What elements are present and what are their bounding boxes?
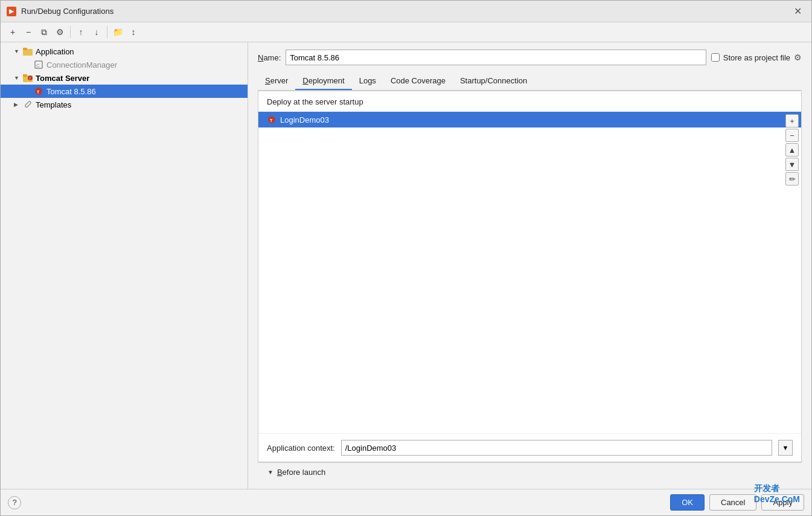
help-button[interactable]: ?	[8, 496, 21, 509]
wrench-icon	[22, 100, 33, 109]
expand-icon: ▶	[14, 102, 22, 108]
tree-item-tomcat-server[interactable]: ▼ T Tomcat Server	[1, 71, 248, 85]
tab-logs[interactable]: Logs	[352, 73, 383, 90]
name-row: Name: Store as project file ⚙	[258, 50, 802, 65]
deploy-edit-button[interactable]: ✏	[785, 172, 799, 185]
deploy-list: T LoginDemo03	[258, 112, 801, 433]
svg-rect-1	[23, 48, 27, 50]
svg-text:C: C	[36, 63, 40, 68]
toolbar-separator	[70, 26, 71, 38]
side-buttons: + − ▲ ▼ ✏	[783, 112, 801, 188]
deploy-item-label: LoginDemo03	[280, 115, 329, 124]
svg-text:T: T	[29, 77, 31, 80]
tree-item-label: Tomcat 8.5.86	[46, 87, 96, 96]
deploy-move-down-button[interactable]: ▼	[785, 158, 799, 171]
right-panel: Name: Store as project file ⚙ Server Dep…	[248, 42, 811, 489]
tree-item-label: Application	[36, 47, 74, 56]
cancel-button[interactable]: Cancel	[709, 494, 756, 511]
before-launch-label: Before launch	[277, 468, 325, 477]
tree-item-tomcat-8586[interactable]: T Tomcat 8.5.86	[1, 85, 248, 98]
tab-deployment[interactable]: Deployment	[295, 73, 351, 90]
tomcat-instance-icon: T	[33, 86, 44, 96]
before-launch-bar: ▼ Before launch	[258, 462, 802, 482]
app-class-icon: C	[33, 60, 44, 69]
move-up-button[interactable]: ↑	[74, 25, 88, 39]
tree-item-templates[interactable]: ▶ Templates	[1, 98, 248, 111]
folder-icon	[22, 47, 33, 56]
add-config-button[interactable]: +	[5, 25, 20, 39]
app-context-label: Application context:	[267, 443, 335, 453]
left-panel: ▼ Application C ConnectionManager ▼	[1, 42, 248, 489]
tree-item-label: ConnectionManager	[46, 60, 117, 69]
apply-button[interactable]: Apply	[761, 494, 804, 511]
app-context-input[interactable]	[341, 440, 772, 456]
footer: ? OK Cancel Apply	[1, 489, 811, 515]
name-label: Name:	[258, 53, 281, 62]
app-context-row: Application context: ▼	[258, 433, 801, 462]
deploy-item[interactable]: T LoginDemo03	[258, 112, 801, 127]
ok-button[interactable]: OK	[670, 494, 705, 511]
app-icon: ▶	[7, 7, 16, 16]
move-down-button[interactable]: ↓	[89, 25, 104, 39]
settings-config-button[interactable]: ⚙	[53, 25, 67, 39]
tomcat-server-icon: T	[22, 73, 33, 83]
tree-item-connection-manager[interactable]: C ConnectionManager	[1, 58, 248, 71]
main-content: ▼ Application C ConnectionManager ▼	[1, 42, 811, 489]
sort-button[interactable]: ↕	[126, 25, 141, 39]
expand-icon: ▼	[14, 75, 22, 81]
store-row: Store as project file ⚙	[711, 53, 802, 62]
dialog-title: Run/Debug Configurations	[21, 7, 785, 16]
svg-text:T: T	[270, 118, 273, 123]
toolbar-separator2	[107, 26, 107, 38]
before-launch-expand-icon[interactable]: ▼	[267, 469, 273, 476]
name-input[interactable]	[286, 50, 706, 65]
expand-icon: ▼	[14, 48, 22, 54]
deploy-item-icon: T	[267, 115, 277, 124]
tabs-bar: Server Deployment Logs Code Coverage Sta…	[258, 73, 802, 91]
app-context-dropdown[interactable]: ▼	[778, 440, 793, 456]
run-debug-dialog: ▶ Run/Debug Configurations ✕ + − ⧉ ⚙ ↑ ↓…	[0, 0, 812, 516]
svg-text:T: T	[37, 90, 40, 94]
tree-item-label: Tomcat Server	[36, 74, 89, 83]
tab-startup-connection[interactable]: Startup/Connection	[453, 73, 534, 90]
store-checkbox[interactable]	[711, 53, 720, 62]
folder-button[interactable]: 📁	[110, 25, 125, 39]
copy-config-button[interactable]: ⧉	[37, 25, 51, 39]
footer-buttons: OK Cancel Apply	[670, 494, 804, 511]
content-area: Deploy at the server startup T LoginDemo…	[258, 91, 802, 462]
deploy-remove-button[interactable]: −	[785, 129, 799, 142]
remove-config-button[interactable]: −	[21, 25, 36, 39]
toolbar: + − ⧉ ⚙ ↑ ↓ 📁 ↕	[1, 22, 811, 42]
tab-code-coverage[interactable]: Code Coverage	[383, 73, 453, 90]
svg-rect-5	[23, 74, 27, 77]
deploy-add-button[interactable]: +	[785, 114, 799, 127]
store-label: Store as project file	[723, 53, 790, 62]
tree-item-application[interactable]: ▼ Application	[1, 45, 248, 58]
tab-server[interactable]: Server	[258, 73, 295, 90]
tree-item-label: Templates	[36, 100, 71, 109]
title-bar: ▶ Run/Debug Configurations ✕	[1, 1, 811, 22]
close-button[interactable]: ✕	[790, 4, 805, 18]
deploy-header: Deploy at the server startup	[258, 91, 801, 112]
settings-gear-icon[interactable]: ⚙	[794, 53, 802, 62]
deploy-move-up-button[interactable]: ▲	[785, 143, 799, 156]
